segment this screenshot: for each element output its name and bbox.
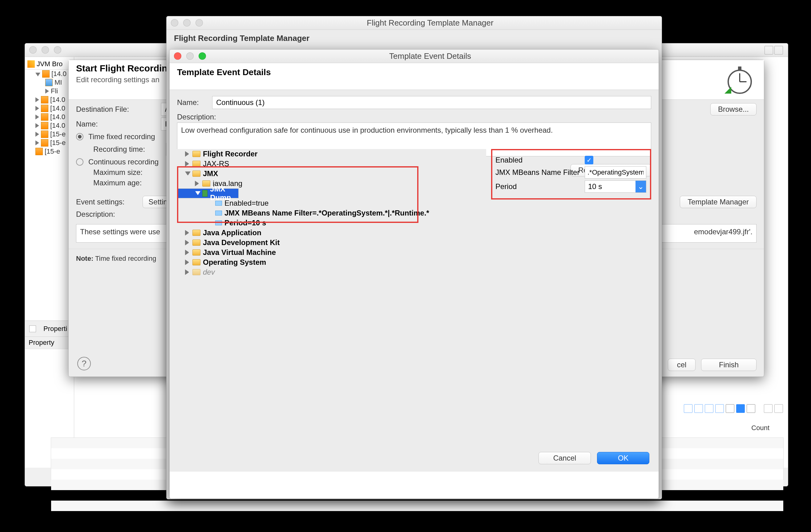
traffic-min-icon[interactable]	[186, 52, 194, 60]
tree-node-dev[interactable]: dev	[177, 267, 486, 277]
event-icon	[202, 190, 208, 197]
finish-button[interactable]: Finish	[701, 359, 756, 371]
event-settings-label: Event settings:	[76, 198, 138, 206]
expand-icon[interactable]	[185, 230, 190, 235]
window-max-icon[interactable]	[774, 404, 783, 413]
sidebar-item[interactable]: [14.0	[25, 95, 74, 104]
help-icon[interactable]: ?	[77, 357, 91, 370]
cancel-button-partial[interactable]: cel	[668, 359, 695, 371]
traffic-max-icon[interactable]	[196, 19, 203, 27]
expand-icon[interactable]	[185, 260, 190, 265]
traffic-min-icon[interactable]	[42, 46, 49, 54]
tree-node-jvm[interactable]: Java Virtual Machine	[177, 247, 486, 257]
expand-icon[interactable]	[35, 106, 39, 111]
count-column-header[interactable]: Count	[689, 424, 782, 432]
tool-icon[interactable]	[694, 404, 703, 413]
tree-node-jmx[interactable]: JMX	[177, 169, 486, 179]
expand-icon[interactable]	[185, 161, 190, 167]
folder-open-icon	[193, 170, 200, 177]
expand-icon[interactable]	[45, 89, 49, 94]
expand-icon[interactable]	[35, 73, 40, 76]
sidebar-item[interactable]: MI	[25, 78, 74, 87]
sidebar-item[interactable]: [14.0	[25, 113, 74, 121]
expand-icon[interactable]	[185, 269, 190, 275]
jvm-browser-sidebar[interactable]: JVM Bro [14.0 MI Fli [14.0 [14.0 [14.0 […	[25, 57, 74, 468]
tool-icon[interactable]	[705, 404, 714, 413]
tree-node-os[interactable]: Operating System	[177, 257, 486, 267]
traffic-close-icon[interactable]	[29, 46, 37, 54]
cancel-button[interactable]: Cancel	[538, 452, 591, 464]
tool-icon[interactable]	[736, 404, 745, 413]
jvm-node-icon	[42, 70, 49, 78]
note-text: Time fixed recording	[95, 255, 156, 262]
continuous-radio[interactable]	[76, 158, 83, 166]
properties-tab[interactable]: Properti	[25, 321, 74, 337]
sidebar-item[interactable]: [15-e	[25, 130, 74, 139]
jvm-node-icon	[41, 113, 48, 121]
tree-node-jmx-dump[interactable]: JMX Dump	[177, 188, 239, 198]
properties-icon	[29, 325, 36, 332]
traffic-close-icon[interactable]	[171, 19, 178, 27]
time-fixed-radio[interactable]	[76, 133, 83, 140]
sidebar-item[interactable]: Fli	[25, 87, 74, 95]
expand-icon[interactable]	[195, 181, 200, 186]
prop-enabled-label: Enabled	[495, 156, 582, 164]
window-min-icon[interactable]	[764, 404, 772, 413]
collapse-icon[interactable]	[185, 171, 190, 177]
window-max-icon[interactable]	[774, 46, 783, 55]
view-toolbar	[683, 404, 784, 413]
tree-node-java-app[interactable]: Java Application	[177, 228, 486, 238]
tag-icon	[215, 211, 222, 215]
expand-icon[interactable]	[185, 250, 190, 255]
browse-button[interactable]: Browse...	[710, 103, 756, 116]
expand-icon[interactable]	[35, 140, 39, 145]
template-manager-button[interactable]: Template Manager	[680, 196, 756, 208]
prop-enabled-checkbox[interactable]: ✓	[585, 156, 593, 164]
chevron-down-icon: ⌄	[636, 181, 646, 193]
prop-filter-input[interactable]	[585, 166, 646, 179]
template-name-input[interactable]	[212, 96, 651, 109]
expand-icon[interactable]	[35, 115, 39, 120]
tree-node-jaxrs[interactable]: JAX-RS	[177, 159, 486, 169]
tree-attr-filter[interactable]: JMX MBeans Name Filter=.*OperatingSystem…	[177, 208, 486, 218]
tool-icon[interactable]	[747, 404, 755, 413]
expand-icon[interactable]	[35, 132, 39, 137]
mbean-icon	[45, 79, 53, 86]
jvm-node-icon	[41, 96, 48, 104]
tree-attr-period[interactable]: Period=10 s	[177, 218, 486, 228]
prop-period-select[interactable]: 10 s ⌄	[585, 180, 646, 193]
tm-titlebar[interactable]: Flight Recording Template Manager	[167, 16, 662, 30]
ted-titlebar[interactable]: Template Event Details	[170, 49, 659, 63]
tree-node-flight-recorder[interactable]: Flight Recorder	[177, 149, 486, 159]
prop-filter-label: JMX MBeans Name Filter	[495, 168, 582, 177]
folder-icon	[193, 151, 200, 157]
window-min-icon[interactable]	[765, 46, 773, 55]
expand-icon[interactable]	[35, 97, 39, 102]
tool-icon[interactable]	[684, 404, 692, 413]
collapse-icon[interactable]	[195, 191, 200, 197]
jvm-node-icon	[35, 148, 43, 155]
tm-title: Flight Recording Template Manager	[203, 18, 657, 28]
sidebar-item[interactable]: [15-e	[25, 147, 74, 156]
sidebar-item[interactable]: [14.0	[25, 104, 74, 113]
template-event-details-dialog: Template Event Details Template Event De…	[169, 49, 659, 499]
traffic-min-icon[interactable]	[183, 19, 190, 27]
tool-icon[interactable]	[726, 404, 734, 413]
property-column-header[interactable]: Property	[25, 337, 74, 349]
expand-icon[interactable]	[35, 123, 39, 128]
tool-icon[interactable]	[715, 404, 724, 413]
expand-icon[interactable]	[185, 240, 190, 245]
tree-node-jdk[interactable]: Java Development Kit	[177, 238, 486, 247]
traffic-close-icon[interactable]	[174, 52, 181, 60]
ok-button[interactable]: OK	[597, 452, 649, 464]
traffic-max-icon[interactable]	[54, 46, 61, 54]
sidebar-item[interactable]: [14.0	[25, 121, 74, 130]
template-name-label: Name:	[177, 98, 208, 107]
folder-icon	[193, 249, 200, 256]
sidebar-item[interactable]: [15-e	[25, 139, 74, 147]
traffic-max-icon[interactable]	[199, 52, 206, 60]
sidebar-item[interactable]: [14.0	[25, 70, 74, 78]
jvm-node-icon	[41, 131, 48, 138]
expand-icon[interactable]	[185, 151, 190, 157]
event-tree[interactable]: Flight Recorder JAX-RS JMX java.lang JMX…	[177, 149, 486, 438]
